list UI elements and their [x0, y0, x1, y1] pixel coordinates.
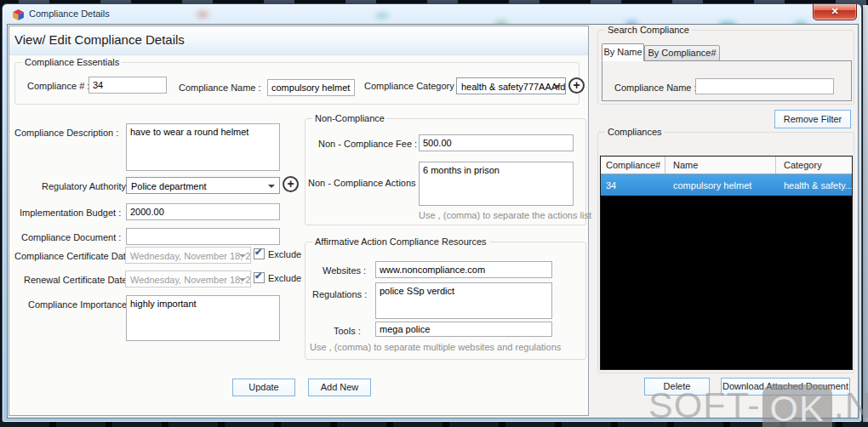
search-tab-page: Compliance Name :	[602, 60, 852, 101]
certificate-date-label: Compliance Certificate Date :	[14, 251, 136, 261]
add-authority-button[interactable]: +	[283, 176, 299, 192]
renewal-date-label: Renewal Certificate Date :	[24, 275, 133, 285]
table-row[interactable]: 34 compulsory helmet health & safety...	[601, 174, 852, 196]
renewal-exclude-label: Exclude	[268, 273, 301, 283]
search-name-input[interactable]	[695, 78, 834, 94]
regulations-label: Regulations :	[312, 289, 367, 299]
compliance-essentials-group: Compliance Essentials Compliance # : Com…	[14, 62, 580, 105]
add-category-button[interactable]: +	[568, 77, 585, 94]
download-attached-document-button[interactable]: Download Attached Document	[721, 378, 850, 396]
non-compliance-group: Non-Compliance Non - Compliance Fee : No…	[305, 118, 586, 225]
websites-hint: Use , (comma) to separate multiple websi…	[310, 342, 561, 352]
dialog-client-area: View/ Edit Compliance Details Compliance…	[7, 24, 859, 418]
compliance-importance-textarea[interactable]: highly important	[126, 295, 280, 341]
compliance-category-value: health & safety777AAAfdff	[461, 82, 566, 92]
search-name-label: Compliance Name :	[614, 83, 697, 93]
compliance-number-label: Compliance # :	[27, 81, 89, 91]
compliance-document-input[interactable]	[126, 228, 280, 245]
grid-header-compliance-number[interactable]: Compliance#	[601, 157, 665, 174]
background-window-edge	[863, 5, 868, 424]
renewal-exclude-checkbox[interactable]: ✔	[254, 272, 265, 283]
websites-input[interactable]	[375, 261, 552, 278]
compliance-details-window: Compliance Details ✕ View/ Edit Complian…	[2, 3, 862, 423]
title-bar[interactable]: Compliance Details ✕	[3, 4, 861, 25]
compliance-category-label: Compliance Category :	[364, 81, 460, 91]
implementation-budget-input[interactable]	[126, 203, 280, 220]
chevron-down-icon	[239, 278, 246, 282]
search-compliance-group: Search Compliance By Name By Compliance#…	[597, 30, 854, 105]
compliance-document-label: Compliance Document :	[21, 232, 121, 242]
delete-button[interactable]: Delete	[644, 378, 710, 396]
page-title: View/ Edit Compliance Details	[14, 32, 185, 47]
background-taskbar-strip	[0, 422, 868, 427]
renewal-date-picker[interactable]: Wednesday, November 18, 201	[125, 270, 251, 288]
certificate-exclude-checkbox[interactable]: ✔	[254, 248, 265, 259]
grid-header-name[interactable]: Name	[665, 157, 776, 174]
row-category: health & safety...	[776, 174, 852, 196]
compliance-essentials-legend: Compliance Essentials	[22, 57, 122, 67]
glass-reflection	[375, 13, 389, 19]
implementation-budget-label: Implementation Budget :	[20, 208, 121, 218]
tab-by-name[interactable]: By Name	[602, 43, 644, 61]
affirmative-resources-group: Affirmative Action Compliance Resources …	[305, 242, 586, 360]
chevron-down-icon	[268, 185, 275, 188]
check-icon: ✔	[254, 247, 262, 258]
compliance-name-input[interactable]	[267, 79, 355, 96]
compliances-group: Compliances Compliance# Name Category 34…	[597, 132, 854, 373]
check-icon: ✔	[254, 270, 262, 282]
regulatory-authority-value: Police department	[131, 181, 207, 191]
update-button[interactable]: Update	[232, 379, 295, 396]
certificate-date-value: Wednesday, November 18, 201	[130, 251, 251, 261]
tools-input[interactable]	[375, 322, 552, 337]
close-button[interactable]: ✕	[813, 4, 857, 20]
edit-panel: View/ Edit Compliance Details Compliance…	[9, 26, 589, 416]
glass-reflection	[197, 11, 208, 18]
row-compliance-number: 34	[601, 174, 665, 196]
compliances-legend: Compliances	[605, 127, 665, 137]
compliance-description-label: Compliance Description :	[14, 128, 118, 138]
grid-header-row: Compliance# Name Category	[601, 157, 852, 174]
regulations-textarea[interactable]: police SSp verdict	[375, 282, 552, 319]
affirmative-resources-legend: Affirmative Action Compliance Resources	[312, 236, 489, 247]
row-name: compulsory helmet	[665, 174, 776, 196]
regulatory-authority-dropdown[interactable]: Police department	[126, 177, 280, 194]
renewal-date-value: Wednesday, November 18, 201	[130, 275, 251, 285]
regulatory-authority-label: Regulatory Authority :	[42, 181, 131, 191]
search-compliance-legend: Search Compliance	[605, 25, 692, 35]
compliance-importance-label: Compliance Importance :	[28, 299, 132, 310]
grid-header-category[interactable]: Category	[776, 157, 852, 174]
compliance-category-dropdown[interactable]: health & safety777AAAfdff	[456, 77, 566, 94]
compliance-name-label: Compliance Name :	[179, 83, 261, 93]
certificate-exclude-label: Exclude	[268, 249, 301, 259]
chevron-down-icon	[554, 85, 561, 88]
app-cube-icon	[12, 9, 25, 21]
compliances-grid[interactable]: Compliance# Name Category 34 compulsory …	[600, 156, 853, 370]
non-compliance-fee-label: Non - Compliance Fee :	[318, 139, 417, 149]
certificate-date-picker[interactable]: Wednesday, November 18, 201	[125, 247, 251, 264]
non-compliance-fee-input[interactable]	[419, 134, 574, 151]
remove-filter-button[interactable]: Remove Filter	[774, 110, 851, 128]
tab-by-compliance-number[interactable]: By Compliance#	[644, 45, 720, 61]
add-new-button[interactable]: Add New	[308, 379, 371, 396]
non-compliance-actions-label: Non - Compliance Actions :	[308, 178, 421, 188]
compliance-description-textarea[interactable]: have to wear a round helmet	[126, 123, 280, 171]
actions-hint: Use , (comma) to separate the actions li…	[419, 210, 591, 220]
non-compliance-actions-textarea[interactable]: 6 months in prison	[419, 162, 574, 206]
tools-label: Tools :	[334, 326, 361, 336]
window-title: Compliance Details	[29, 9, 110, 19]
non-compliance-legend: Non-Compliance	[312, 113, 387, 123]
websites-label: Websites :	[323, 265, 366, 276]
chevron-down-icon	[239, 254, 246, 258]
compliance-number-input[interactable]	[89, 77, 167, 94]
